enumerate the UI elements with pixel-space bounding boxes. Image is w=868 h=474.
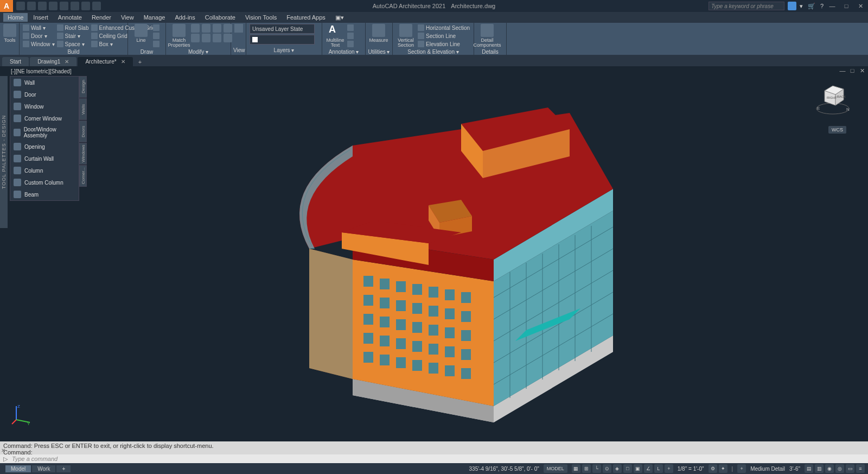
ortho-icon[interactable]: └ [592,464,601,473]
qat-saveas-icon[interactable] [49,2,58,10]
annotation-scale-icon[interactable]: ⚙ [709,464,717,473]
qat-share-icon[interactable] [92,2,101,10]
dynamic-input-icon[interactable]: + [665,464,673,473]
tab-render[interactable]: Render [87,13,116,22]
hsection-button[interactable]: Horizontal Section [418,24,470,31]
workspace-icon[interactable]: ✦ [719,464,727,473]
tab-collaborate[interactable]: Collaborate [201,13,240,22]
tab-expand-icon[interactable]: ▣▾ [331,13,348,22]
view-icon[interactable] [234,24,243,33]
detail-level-readout[interactable]: Medium Detail [750,466,785,472]
viewcube[interactable]: RIGHT BACK N E [814,83,852,121]
panel-utilities-title[interactable]: Utilities ▾ [366,49,392,55]
help-icon[interactable]: ? [820,3,824,9]
wcs-badge[interactable]: WCS [828,126,846,134]
tab-home[interactable]: Home [3,13,28,22]
qat-save-icon[interactable] [38,2,47,10]
3d-model[interactable] [0,66,868,441]
detail-components-button[interactable]: Detail Components [477,24,497,48]
multiline-text-button[interactable]: AMultiline Text [326,24,345,48]
sectionline-button[interactable]: Section Line [418,32,470,40]
ucs-icon[interactable]: Z Y [11,403,33,425]
layout-tab-work[interactable]: Work [32,465,55,472]
table-icon[interactable] [347,40,354,48]
wall-button[interactable]: Wall ▾ [23,24,55,31]
layout-tab-add[interactable]: + [56,465,71,472]
otrack-icon[interactable]: ∠ [644,464,653,473]
door-button[interactable]: Door ▾ [23,32,55,40]
leader-icon[interactable] [347,32,354,40]
close-button[interactable]: ✕ [855,3,866,10]
move-icon[interactable] [191,24,200,33]
hardware-accel-icon[interactable]: ◉ [825,464,834,473]
cmdline-close-icon[interactable]: ✕ [1,447,5,453]
tab-addins[interactable]: Add-ins [170,13,199,22]
trim-icon[interactable] [213,24,221,33]
measure-button[interactable]: Measure [369,24,388,48]
tab-annotate[interactable]: Annotate [54,13,86,22]
copy-icon[interactable] [191,34,200,42]
model-space-button[interactable]: MODEL [544,464,567,473]
circle-icon[interactable] [153,32,159,40]
stair-button[interactable]: Stair ▾ [57,32,89,40]
mirror-icon[interactable] [202,34,210,42]
elevationline-button[interactable]: Elevation Line [418,40,470,48]
qat-new-icon[interactable] [16,2,25,10]
exchange-icon[interactable]: ▾ [800,3,803,10]
3dosnap-icon[interactable]: ▣ [634,464,642,473]
maximize-button[interactable]: □ [841,3,852,9]
window-button[interactable]: Window ▾ [23,40,55,48]
add-tab-button[interactable]: + [134,58,146,66]
qat-plot-icon[interactable] [60,2,68,10]
user-account-icon[interactable] [788,2,796,10]
cart-icon[interactable]: 🛒 [806,3,817,10]
layer-state-dropdown[interactable]: Unsaved Layer State [250,24,315,34]
file-tab-start[interactable]: Start [2,57,29,66]
tab-view[interactable]: View [117,13,138,22]
tab-manage[interactable]: Manage [139,13,170,22]
cut-plane-add-icon[interactable]: + [737,464,746,473]
space-button[interactable]: Space ▾ [57,40,89,48]
qat-open-icon[interactable] [27,2,36,10]
panel-section-title[interactable]: Section & Elevation ▾ [393,49,474,55]
match-properties-button[interactable]: Match Properties [169,24,189,48]
close-icon[interactable]: ✕ [121,59,125,65]
close-icon[interactable]: ✕ [65,59,69,65]
panel-annotation-title[interactable]: Annotation ▾ [322,49,365,55]
vertical-section-button[interactable]: Vertical Section [396,24,416,48]
polyline-icon[interactable] [153,24,159,31]
layer-dropdown[interactable] [250,35,315,45]
replace-z-icon[interactable]: ▤ [805,464,813,473]
panel-modify-title[interactable]: Modify ▾ [166,49,231,55]
customization-icon[interactable]: ≡ [856,464,865,473]
tab-featured-apps[interactable]: Featured Apps [282,13,330,22]
tools-button[interactable]: Tools [3,24,16,48]
dimension-icon[interactable] [347,24,354,31]
help-search-input[interactable]: Type a keyword or phrase [709,2,784,10]
command-input[interactable]: ▷ Type a command [0,454,868,463]
dynamic-ucs-icon[interactable]: L [654,464,663,473]
rotate-icon[interactable] [202,24,210,33]
snap-mode-icon[interactable]: ⊞ [582,464,591,473]
minimize-button[interactable]: — [827,3,838,9]
line-button[interactable]: Line [131,24,151,48]
isolate-icon[interactable]: ◎ [835,464,844,473]
roofslab-button[interactable]: Roof Slab [57,24,89,31]
polar-icon[interactable]: ⊙ [603,464,611,473]
file-tab-architecture[interactable]: Architecture*✕ [78,57,132,66]
qat-undo-icon[interactable] [71,2,79,10]
osnap-icon[interactable]: □ [623,464,632,473]
tab-insert[interactable]: Insert [29,13,53,22]
fillet-icon[interactable] [213,34,221,42]
file-tab-drawing1[interactable]: Drawing1✕ [30,57,76,66]
qat-redo-icon[interactable] [81,2,90,10]
layer-key-icon[interactable]: ▥ [815,464,824,473]
app-logo[interactable]: A [0,0,13,12]
isoplane-icon[interactable]: ◈ [613,464,622,473]
layout-tab-model[interactable]: Model [5,465,31,472]
cut-height-readout[interactable]: 3'-6" [789,466,800,472]
grid-display-icon[interactable]: ▦ [572,464,580,473]
drawing-viewport[interactable]: [-][NE Isometric][Shaded] — □ ✕ TOOL PAL… [0,66,868,441]
panel-layers-title[interactable]: Layers ▾ [246,47,322,55]
arc-icon[interactable] [153,40,159,48]
